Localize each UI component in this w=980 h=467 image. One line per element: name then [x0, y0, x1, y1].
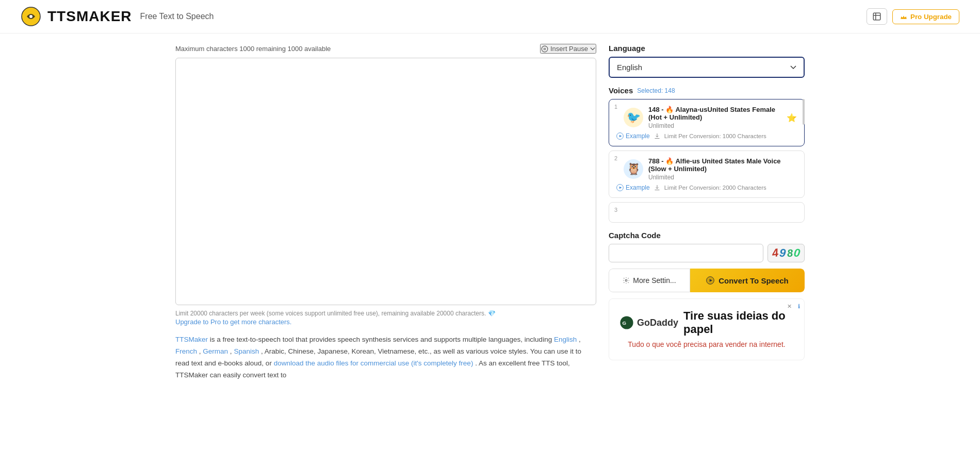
voice-id-1: 148 - [648, 106, 665, 113]
crown-icon [900, 13, 907, 20]
char-count-label: Maximum characters 1000 remaining 1000 a… [175, 45, 331, 53]
brand-name: TTSMAKER [47, 8, 132, 25]
ad-subtext: Tudo o que você precisa para vender na i… [628, 340, 785, 348]
translate-button[interactable] [867, 8, 887, 25]
more-settings-label: More Settin... [633, 276, 676, 285]
french-link[interactable]: French [175, 347, 197, 355]
voice-unlimited-2: Unlimited [648, 174, 797, 181]
download-icon-2 [654, 185, 660, 191]
play-icon-2 [616, 184, 624, 191]
voice-example-label-1: Example [626, 132, 650, 140]
text-input[interactable] [175, 58, 596, 305]
settings-icon [623, 277, 630, 284]
godaddy-name: GoDaddy [637, 318, 678, 328]
svg-point-10 [626, 279, 628, 281]
language-section: Language English French German Spanish A… [609, 44, 805, 78]
voice-star-1: ⭐ [787, 113, 797, 123]
description-text: TTSMaker is a free text-to-speech tool t… [175, 334, 596, 381]
svg-point-3 [542, 46, 548, 52]
voice-name-2: 788 - 🔥 Alfie-us United States Male Voic… [648, 157, 797, 173]
captcha-input[interactable] [609, 244, 763, 262]
captcha-section: Captcha Code 4 9 8 0 [609, 231, 805, 262]
ad-headline: Tire suas ideias do papel [683, 309, 794, 336]
voices-scrollbar[interactable] [803, 99, 805, 125]
godaddy-logo: G GoDaddy [619, 315, 678, 330]
voice-hot-icon-2: 🔥 [665, 157, 674, 165]
voice-hot-icon-1: 🔥 [665, 106, 674, 113]
voice-example-label-2: Example [626, 184, 650, 191]
svg-rect-2 [873, 13, 880, 20]
captcha-row: 4 9 8 0 [609, 244, 805, 262]
pro-upgrade-label: Pro Upgrade [910, 13, 952, 21]
language-select[interactable]: English French German Spanish Arabic Chi… [609, 57, 805, 78]
voice-example-play-1[interactable]: Example [616, 132, 650, 140]
voice-card-3[interactable]: 3 [609, 202, 805, 223]
circle-icon [706, 276, 714, 285]
english-link[interactable]: English [554, 336, 577, 343]
header: TTSMAKER Free Text to Speech Pro Upgrade [0, 0, 980, 34]
voice-id-2: 788 - [648, 157, 665, 165]
svg-point-1 [29, 15, 32, 18]
pause-icon [541, 45, 548, 53]
ttsmaker-link[interactable]: TTSMaker [175, 336, 208, 343]
voice-top-1: 🐦 148 - 🔥 Alayna-usUnited States Female … [616, 106, 797, 129]
voices-header: Voices Selected: 148 [609, 86, 805, 95]
header-right: Pro Upgrade [867, 8, 959, 25]
godaddy-icon: G [619, 315, 634, 330]
language-label: Language [609, 44, 805, 53]
voice-card-1[interactable]: 1 🐦 148 - 🔥 Alayna-usUnited States Femal… [609, 99, 805, 146]
voices-selected-count: Selected: 148 [637, 87, 675, 94]
voice-card-2[interactable]: 2 🦉 788 - 🔥 Alfie-us United States Male … [609, 151, 805, 198]
ad-logo-row: G GoDaddy Tire suas ideias do papel [619, 309, 794, 336]
voice-number-1: 1 [614, 104, 617, 110]
convert-label: Convert To Speech [718, 276, 789, 285]
voice-name-1: 148 - 🔥 Alayna-usUnited States Female (H… [648, 106, 781, 121]
voice-number-2: 2 [614, 155, 617, 161]
voices-title: Voices [609, 86, 633, 95]
insert-pause-button[interactable]: Insert Pause [540, 44, 596, 54]
svg-text:G: G [623, 320, 627, 326]
voice-number-3: 3 [614, 207, 617, 213]
ad-info-icon[interactable]: ℹ [798, 303, 800, 310]
char-info-row: Maximum characters 1000 remaining 1000 a… [175, 44, 596, 54]
voices-list: 1 🐦 148 - 🔥 Alayna-usUnited States Femal… [609, 99, 805, 223]
voice-top-2: 🦉 788 - 🔥 Alfie-us United States Male Vo… [616, 157, 797, 181]
ad-section: ℹ ✕ G GoDaddy Tire suas ideias do papel … [609, 298, 805, 360]
voices-section: Voices Selected: 148 1 🐦 148 - 🔥 [609, 86, 805, 223]
insert-pause-label: Insert Pause [550, 45, 588, 53]
voice-limit-2: Limit Per Conversion: 2000 Characters [664, 185, 766, 191]
captcha-image: 4 9 8 0 [767, 244, 805, 262]
svg-marker-7 [619, 135, 622, 138]
limit-main-text: Limit 20000 characters per week (some vo… [175, 310, 486, 317]
tagline: Free Text to Speech [140, 12, 214, 21]
voice-bottom-1: Example Limit Per Conversion: 1000 Chara… [616, 132, 797, 140]
voice-avatar-1: 🐦 [624, 108, 643, 127]
voice-info-1: 148 - 🔥 Alayna-usUnited States Female (H… [648, 106, 781, 129]
chevron-down-icon [590, 46, 595, 52]
voice-info-2: 788 - 🔥 Alfie-us United States Male Voic… [648, 157, 797, 181]
svg-marker-9 [619, 187, 622, 189]
right-panel: Language English French German Spanish A… [609, 44, 805, 381]
captcha-char-2: 9 [779, 246, 786, 260]
captcha-char-3: 8 [787, 247, 793, 259]
spanish-link[interactable]: Spanish [234, 347, 259, 355]
play-icon-1 [616, 132, 624, 140]
convert-to-speech-button[interactable]: Convert To Speech [690, 269, 805, 292]
upgrade-link[interactable]: Upgrade to Pro to get more characters. [175, 318, 596, 326]
pro-upgrade-button[interactable]: Pro Upgrade [892, 9, 959, 24]
voice-limit-1: Limit Per Conversion: 1000 Characters [664, 133, 766, 139]
more-settings-button[interactable]: More Settin... [609, 269, 690, 292]
main-content: Maximum characters 1000 remaining 1000 a… [155, 34, 825, 392]
translate-icon [872, 12, 881, 21]
voice-unlimited-1: Unlimited [648, 122, 781, 129]
left-panel: Maximum characters 1000 remaining 1000 a… [175, 44, 596, 381]
ttsmaker-logo-icon [21, 6, 41, 27]
limit-info: Limit 20000 characters per week (some vo… [175, 310, 596, 317]
voice-avatar-2: 🦉 [624, 159, 643, 179]
german-link[interactable]: German [203, 347, 228, 355]
download-icon-1 [654, 133, 660, 139]
download-link[interactable]: download the audio files for commercial … [274, 359, 473, 367]
captcha-char-4: 0 [793, 246, 801, 260]
ad-close-button[interactable]: ✕ [787, 303, 792, 310]
voice-example-play-2[interactable]: Example [616, 184, 650, 191]
